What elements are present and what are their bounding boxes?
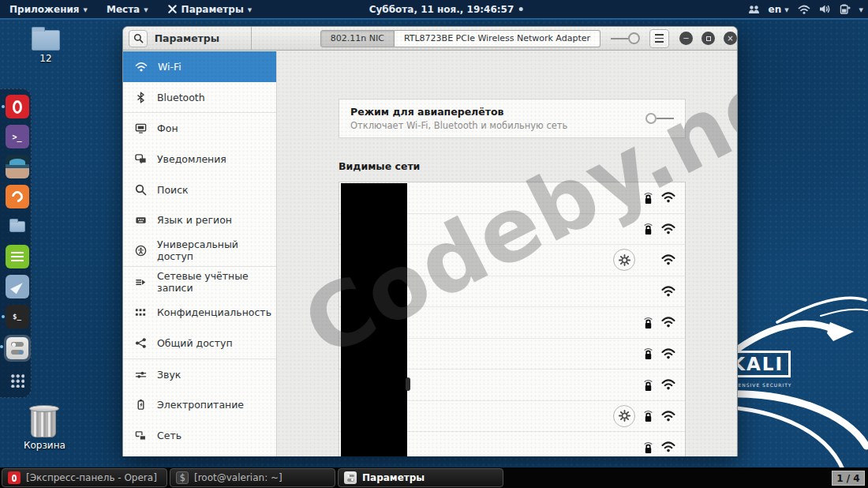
airplane-mode-row: Режим для авиаперелётов Отключает Wi-Fi,… (339, 99, 686, 138)
taskbar-button-opera[interactable]: [Экспресс-панель - Opera] (2, 468, 167, 487)
sidebar-item-background[interactable]: Фон (123, 113, 276, 144)
search-icon (133, 33, 144, 43)
settings-sidebar: Wi-Fi Bluetooth Фон Уведомления (123, 51, 277, 456)
wifi-signal-icon (661, 379, 675, 390)
redaction-box (341, 183, 407, 456)
airplane-mode-toggle[interactable] (645, 113, 674, 124)
sidebar-item-online-accounts[interactable]: Сетевые учётные записи (123, 267, 276, 298)
header-right: 802.11n NIC RTL8723BE PCIe Wireless Netw… (252, 27, 737, 50)
sidebar-item-accessibility[interactable]: Универсальный доступ (123, 235, 276, 266)
trash[interactable]: Корзина (24, 407, 63, 451)
dock-item-cleaner[interactable] (6, 275, 29, 298)
toggle-track (611, 38, 628, 39)
close-button[interactable]: × (724, 32, 737, 45)
tools-icon (167, 4, 178, 14)
secure-lock-icon (642, 191, 654, 205)
workspace-indicator[interactable]: 1 / 4 (832, 471, 865, 486)
wifi-toggle[interactable] (611, 32, 640, 44)
app-grid-icon (9, 373, 24, 388)
terminal-icon: $ (176, 471, 189, 484)
secure-lock-icon (642, 347, 654, 360)
wifi-panel: Режим для авиаперелётов Отключает Wi-Fi,… (278, 51, 737, 456)
desktop-folder[interactable]: 12 (28, 27, 63, 64)
sidebar-item-language[interactable]: Язык и регион (123, 205, 276, 235)
power-icon (135, 399, 147, 411)
minimize-button[interactable]: − (679, 32, 693, 45)
toggle-knob (645, 113, 657, 124)
sidebar-item-network[interactable]: Сеть (123, 420, 276, 451)
search-icon (135, 184, 147, 196)
people-icon[interactable] (748, 5, 760, 14)
sidebar-item-notifications[interactable]: Уведомления (123, 144, 276, 175)
tab-802-11n-nic[interactable]: 802.11n NIC (320, 30, 395, 47)
sidebar-item-sound[interactable]: Звук (123, 359, 276, 390)
running-indicator (2, 315, 5, 318)
volume-icon[interactable] (819, 4, 831, 14)
dock-item-settings[interactable] (4, 335, 31, 362)
online-accounts-icon (135, 276, 147, 288)
wifi-icon[interactable] (798, 5, 810, 14)
dock-item-text-editor[interactable] (6, 245, 29, 268)
notifications-icon (135, 153, 147, 164)
sharing-icon (135, 337, 147, 349)
wifi-signal-icon (661, 348, 675, 359)
network-settings-button[interactable] (613, 249, 635, 271)
desktop-folder-label: 12 (28, 53, 63, 64)
search-button[interactable] (129, 30, 148, 47)
input-source-switcher[interactable]: en ▼ (769, 4, 789, 15)
dock-item-ettercap[interactable] (6, 155, 29, 178)
scrollbar-thumb[interactable] (406, 377, 410, 391)
clock[interactable]: Суббота, 11 ноя., 19:46:57 (369, 4, 523, 15)
wifi-signal-icon (661, 192, 675, 203)
settings-toggles-icon (6, 337, 28, 359)
menu-active-app[interactable]: Параметры ▼ (158, 0, 262, 18)
taskbar-button-terminal[interactable]: $ [root@valerian: ~] (170, 468, 335, 487)
system-menu-caret-icon[interactable]: ▼ (859, 7, 863, 13)
refresh-icon (9, 189, 25, 205)
menu-applications[interactable]: Приложения ▼ (0, 0, 97, 18)
clock-label: Суббота, 11 ноя., 19:46:57 (369, 4, 514, 15)
settings-window: Параметры 802.11n NIC RTL8723BE PCIe Wir… (122, 26, 738, 456)
wifi-signal-icon (661, 254, 675, 265)
caret-down-icon: ▼ (84, 7, 88, 13)
airplane-mode-title: Режим для авиаперелётов (350, 106, 567, 118)
sidebar-item-sharing[interactable]: Общий доступ (123, 328, 276, 358)
gear-icon (619, 410, 630, 422)
input-source-label: en (769, 4, 782, 15)
running-indicator (2, 105, 5, 108)
dock-item-file-manager[interactable] (6, 215, 29, 238)
sidebar-item-power[interactable]: Электропитание (123, 390, 276, 421)
root-terminal-icon: $_ (13, 313, 21, 321)
visible-networks-label: Видимые сети (339, 160, 420, 172)
sidebar-item-privacy[interactable]: Конфиденциальность (123, 298, 276, 328)
hamburger-menu-button[interactable] (649, 29, 669, 48)
dock-item-purple-terminal[interactable]: >_ (6, 125, 29, 148)
caret-down-icon: ▼ (248, 7, 252, 13)
notification-dot (518, 7, 522, 11)
maximize-button[interactable] (702, 32, 715, 45)
sidebar-item-wifi[interactable]: Wi-Fi (123, 51, 276, 82)
network-settings-button[interactable] (613, 405, 635, 427)
folder-icon (9, 221, 25, 232)
airplane-mode-subtitle: Отключает Wi-Fi, Bluetooth и мобильную с… (350, 120, 567, 131)
sidebar-item-bluetooth[interactable]: Bluetooth (123, 82, 276, 113)
dock-item-opera[interactable] (6, 95, 29, 118)
gear-icon (619, 254, 630, 266)
trash-label: Корзина (24, 440, 63, 451)
tab-rtl8723be[interactable]: RTL8723BE PCIe Wireless Network Adapter (395, 30, 600, 47)
brush-icon (10, 280, 24, 295)
accessibility-icon (135, 245, 147, 257)
taskbar-button-settings[interactable]: Параметры (338, 468, 503, 487)
sidebar-item-search[interactable]: Поиск (123, 175, 276, 205)
secure-lock-icon (642, 378, 654, 392)
menu-places[interactable]: Места ▼ (97, 0, 158, 18)
menu-applications-label: Приложения (9, 4, 80, 15)
dock-item-show-apps[interactable] (6, 368, 29, 392)
dock-item-root-terminal[interactable]: $_ (6, 305, 29, 328)
dock-item-orange-app[interactable] (6, 185, 29, 208)
battery-icon[interactable] (840, 4, 851, 14)
window-controls: − × (679, 32, 737, 45)
wifi-icon (135, 62, 148, 72)
menu-active-app-label: Параметры (181, 4, 244, 15)
caret-down-icon: ▼ (784, 7, 788, 13)
